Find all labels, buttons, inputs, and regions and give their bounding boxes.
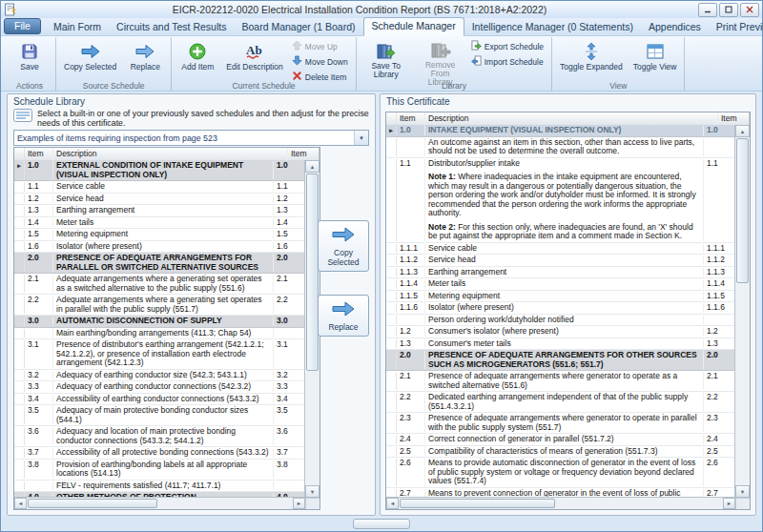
add-item-button[interactable]: Add Item — [175, 38, 220, 80]
row-selector[interactable] — [14, 329, 25, 338]
row-selector[interactable] — [14, 242, 25, 252]
move-down-button[interactable]: Move Down — [289, 54, 353, 69]
toggle-view-button[interactable]: Toggle View — [629, 38, 682, 80]
table-row[interactable]: 3.4Accessibility of earthing conductor c… — [14, 394, 305, 406]
scrollbar-thumb[interactable] — [400, 499, 555, 508]
chevron-down-icon[interactable]: ▼ — [354, 131, 368, 145]
table-row[interactable]: 2.5Compatibility of characteristics of m… — [386, 446, 735, 459]
row-selector[interactable] — [386, 292, 397, 301]
table-row[interactable]: 2.1Presence of adequate arrangements whe… — [386, 371, 735, 392]
table-row[interactable]: 3.0AUTOMATIC DISCONNECTION OF SUPPLY3.0 — [14, 316, 305, 328]
scroll-up-icon[interactable]: ▲ — [735, 125, 750, 137]
row-selector[interactable] — [386, 459, 397, 486]
row-selector[interactable] — [14, 340, 25, 368]
row-selector[interactable] — [14, 194, 25, 204]
row-selector[interactable] — [386, 268, 397, 277]
row-selector[interactable] — [386, 244, 397, 254]
table-row[interactable]: 2.6Means to provide automatic disconnect… — [386, 458, 735, 488]
row-selector[interactable]: ▸ — [386, 126, 397, 135]
table-row[interactable]: 3.8Provision of earthing/bonding labels … — [14, 460, 305, 481]
replace-ribbon-button[interactable]: Replace — [122, 38, 168, 80]
table-row[interactable]: An outcome against an item in this secti… — [386, 137, 735, 158]
scrollbar-thumb[interactable] — [736, 138, 749, 283]
table-row[interactable]: 1.1.1Service cable1.1.1 — [386, 243, 735, 256]
save-to-library-button[interactable]: Save To Library — [360, 38, 413, 80]
row-selector[interactable] — [386, 159, 397, 241]
horizontal-scrollbar[interactable]: ◄► — [14, 497, 305, 509]
row-selector[interactable] — [14, 395, 25, 404]
tab-circuits-and-test-results[interactable]: Circuits and Test Results — [109, 19, 234, 35]
row-selector[interactable] — [386, 256, 397, 265]
table-row[interactable]: 1.2Consumer's isolator (where present)1.… — [386, 326, 735, 338]
table-row[interactable]: 2.0PRESENCE OF ADEQUATE ARRANGEMENTS FOR… — [14, 253, 305, 274]
table-row[interactable]: 1.4Meter tails1.4 — [14, 217, 305, 230]
column-header-item[interactable]: Item — [25, 148, 53, 160]
table-row[interactable]: 1.1.3Earthing arrangement1.1.3 — [386, 267, 735, 279]
row-selector[interactable] — [14, 448, 25, 458]
maximize-button[interactable] — [719, 3, 738, 17]
scroll-left-icon[interactable]: ◄ — [386, 498, 399, 509]
table-row[interactable]: 3.2Adequacy of earthing conductor size (… — [14, 370, 305, 382]
scroll-left-icon[interactable]: ◄ — [14, 498, 27, 509]
table-row[interactable]: ▸1.0EXTERNAL CONDITION OF INTAKE EQUIPME… — [14, 160, 305, 181]
bottom-scrollbar[interactable] — [2, 517, 761, 530]
table-row[interactable]: 2.0PRESENCE OF ADEQUATE ARRANGEMENTS FOR… — [386, 350, 735, 371]
table-row[interactable]: 1.1.2Service head1.1.2 — [386, 255, 735, 267]
table-row[interactable]: 1.6Isolator (where present)1.6 — [14, 241, 305, 254]
row-selector[interactable] — [14, 460, 25, 479]
row-selector[interactable] — [14, 371, 25, 380]
row-selector[interactable] — [386, 414, 397, 432]
import-schedule-button[interactable]: Import Schedule — [468, 54, 548, 69]
vertical-scrollbar[interactable]: ▲▼ — [734, 125, 750, 498]
row-selector[interactable] — [14, 427, 25, 445]
tab-appendices[interactable]: Appendices — [641, 19, 709, 35]
row-selector[interactable] — [14, 254, 25, 272]
close-button[interactable] — [740, 3, 759, 17]
column-header-item[interactable]: Item — [718, 113, 750, 125]
table-row[interactable]: 1.5Metering equipment1.5 — [14, 229, 305, 241]
table-row[interactable]: 1.3Earthing arrangement1.3 — [14, 205, 305, 217]
row-selector[interactable] — [386, 351, 397, 369]
row-selector[interactable] — [386, 435, 397, 444]
copy-selected-button[interactable]: Copy Selected — [318, 220, 369, 272]
tab-schedule-manager[interactable]: Schedule Manager — [363, 17, 464, 36]
table-row[interactable]: Person ordering work/dutyholder notified — [386, 315, 735, 327]
scroll-down-icon[interactable]: ▼ — [305, 485, 320, 498]
table-row[interactable]: 3.6Adequacy and location of main protect… — [14, 426, 305, 447]
table-row[interactable]: 1.3Consumer's meter tails1.3 — [386, 338, 735, 351]
row-selector[interactable] — [14, 406, 25, 424]
table-row[interactable]: 3.3Adequacy of earthing conductor connec… — [14, 381, 305, 394]
replace-button[interactable]: Replace — [318, 295, 369, 337]
save-button[interactable]: Save — [7, 38, 52, 80]
table-row[interactable]: 3.7Accessibility of all protective bondi… — [14, 447, 305, 460]
tab-board-manager[interactable]: Board Manager (1 Board) — [234, 19, 362, 35]
table-row[interactable]: 1.2Service head1.2 — [14, 194, 305, 206]
row-selector[interactable] — [14, 382, 25, 392]
table-row[interactable]: Main earthing/bonding arrangements (411.… — [14, 328, 305, 340]
tab-print-preview[interactable]: Print Preview — [709, 19, 763, 35]
row-selector[interactable] — [386, 138, 397, 156]
column-header-description[interactable]: Description — [425, 113, 718, 125]
remove-from-library-button[interactable]: Remove From Library — [414, 38, 467, 80]
tab-file[interactable]: File — [4, 18, 41, 34]
scroll-up-icon[interactable]: ▲ — [305, 160, 320, 173]
row-selector[interactable] — [14, 218, 25, 228]
row-selector[interactable] — [386, 303, 397, 313]
move-up-button[interactable]: Move Up — [289, 39, 353, 53]
table-row[interactable]: ▸1.0INTAKE EQUIPMENT (VISUAL INSPECTION … — [386, 125, 735, 137]
row-selector[interactable] — [14, 182, 25, 192]
export-schedule-button[interactable]: Export Schedule — [468, 39, 548, 53]
row-selector[interactable] — [386, 447, 397, 457]
row-selector[interactable] — [386, 327, 397, 337]
row-selector[interactable] — [386, 279, 397, 289]
row-selector[interactable] — [14, 317, 25, 326]
scrollbar-thumb[interactable] — [28, 499, 157, 508]
row-selector[interactable] — [14, 275, 25, 293]
row-selector[interactable] — [386, 339, 397, 349]
row-selector[interactable] — [386, 316, 397, 325]
tab-main-form[interactable]: Main Form — [46, 19, 109, 35]
scroll-right-icon[interactable]: ► — [723, 498, 735, 509]
column-header-description[interactable]: Description — [53, 148, 288, 160]
table-row[interactable]: 1.1Service cable1.1 — [14, 181, 305, 194]
table-row[interactable]: 3.1Presence of distributor's earthing ar… — [14, 339, 305, 370]
